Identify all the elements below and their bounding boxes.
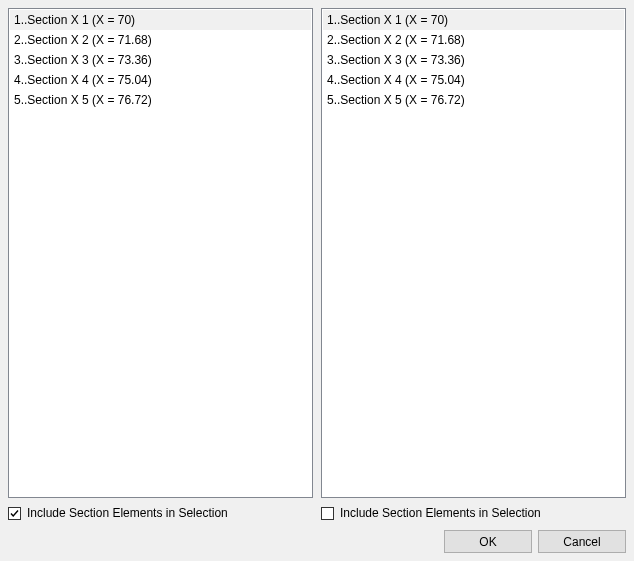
list-item[interactable]: 5..Section X 5 (X = 76.72)	[323, 90, 624, 110]
list-item[interactable]: 5..Section X 5 (X = 76.72)	[10, 90, 311, 110]
cancel-button[interactable]: Cancel	[538, 530, 626, 553]
right-panel: 1..Section X 1 (X = 70)2..Section X 2 (X…	[321, 8, 626, 498]
dialog: 1..Section X 1 (X = 70)2..Section X 2 (X…	[0, 0, 634, 561]
list-item[interactable]: 1..Section X 1 (X = 70)	[10, 10, 311, 30]
ok-button[interactable]: OK	[444, 530, 532, 553]
right-checkbox-label: Include Section Elements in Selection	[340, 506, 541, 520]
list-item[interactable]: 3..Section X 3 (X = 73.36)	[10, 50, 311, 70]
list-item[interactable]: 4..Section X 4 (X = 75.04)	[323, 70, 624, 90]
left-listbox[interactable]: 1..Section X 1 (X = 70)2..Section X 2 (X…	[8, 8, 313, 498]
list-item[interactable]: 4..Section X 4 (X = 75.04)	[10, 70, 311, 90]
lists-row: 1..Section X 1 (X = 70)2..Section X 2 (X…	[8, 8, 626, 498]
buttons-row: OK Cancel	[8, 530, 626, 553]
right-listbox[interactable]: 1..Section X 1 (X = 70)2..Section X 2 (X…	[321, 8, 626, 498]
checkbox-icon	[8, 507, 21, 520]
checkbox-icon	[321, 507, 334, 520]
checkbox-row: Include Section Elements in Selection In…	[8, 506, 626, 520]
left-include-checkbox[interactable]: Include Section Elements in Selection	[8, 506, 228, 520]
list-item[interactable]: 2..Section X 2 (X = 71.68)	[323, 30, 624, 50]
left-checkbox-label: Include Section Elements in Selection	[27, 506, 228, 520]
left-panel: 1..Section X 1 (X = 70)2..Section X 2 (X…	[8, 8, 313, 498]
list-item[interactable]: 3..Section X 3 (X = 73.36)	[323, 50, 624, 70]
list-item[interactable]: 1..Section X 1 (X = 70)	[323, 10, 624, 30]
right-include-checkbox[interactable]: Include Section Elements in Selection	[321, 506, 541, 520]
list-item[interactable]: 2..Section X 2 (X = 71.68)	[10, 30, 311, 50]
